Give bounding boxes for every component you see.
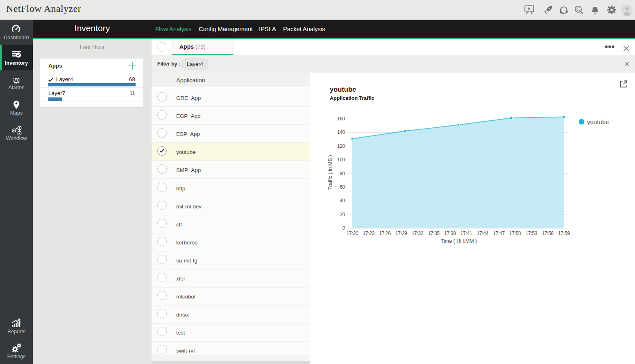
svg-text:17:53: 17:53 — [526, 231, 537, 236]
svg-text:40: 40 — [340, 198, 345, 203]
svg-text:17:29: 17:29 — [395, 231, 407, 236]
svg-text:Traffic ( in MB ): Traffic ( in MB ) — [327, 155, 333, 190]
svg-text:17:32: 17:32 — [412, 231, 424, 236]
svg-text:17:35: 17:35 — [428, 231, 440, 236]
svg-text:140: 140 — [337, 129, 345, 135]
svg-text:17:56: 17:56 — [542, 231, 554, 236]
svg-text:17:26: 17:26 — [379, 231, 391, 236]
svg-text:17:38: 17:38 — [444, 231, 456, 236]
svg-text:youtube: youtube — [587, 118, 609, 125]
svg-text:60: 60 — [340, 184, 345, 190]
svg-text:20: 20 — [340, 212, 345, 217]
svg-text:Time ( HH:MM ): Time ( HH:MM ) — [441, 238, 477, 244]
svg-text:17:59: 17:59 — [558, 231, 570, 236]
svg-text:17:50: 17:50 — [509, 231, 521, 236]
svg-text:17:20: 17:20 — [347, 231, 358, 236]
svg-text:100: 100 — [337, 157, 345, 163]
svg-text:17:41: 17:41 — [460, 231, 472, 236]
svg-text:17:23: 17:23 — [363, 231, 374, 236]
svg-text:17:47: 17:47 — [493, 231, 505, 236]
svg-text:120: 120 — [337, 143, 345, 149]
svg-text:80: 80 — [340, 171, 345, 176]
svg-text:17:44: 17:44 — [477, 231, 489, 236]
svg-text:0: 0 — [342, 225, 345, 231]
svg-text:160: 160 — [337, 116, 345, 122]
